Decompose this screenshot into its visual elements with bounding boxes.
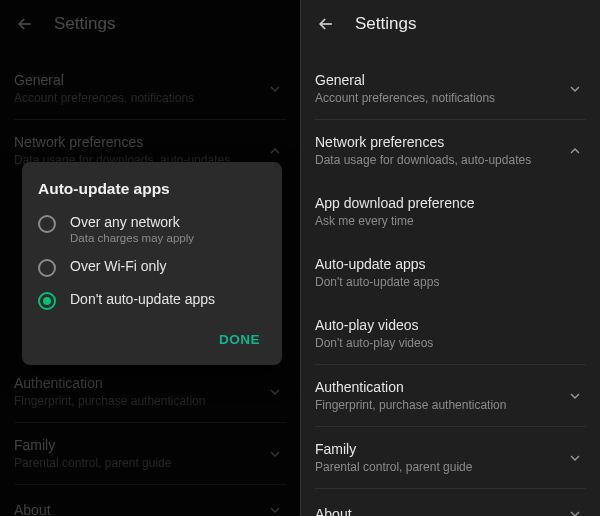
item-title: About: [315, 506, 556, 516]
header: Settings: [301, 0, 600, 48]
radio-icon: [38, 215, 56, 233]
radio-label: Don't auto-update apps: [70, 291, 215, 307]
chevron-up-icon: [564, 140, 586, 162]
item-subtitle: Don't auto-update apps: [315, 275, 586, 289]
chevron-down-icon: [564, 78, 586, 100]
settings-pane-left: Settings General Account preferences, no…: [0, 0, 300, 516]
item-subtitle: Fingerprint, purchase authentication: [315, 398, 556, 412]
settings-item-about[interactable]: About: [315, 489, 586, 516]
item-subtitle: Don't auto-play videos: [315, 336, 586, 350]
back-arrow-icon[interactable]: [315, 13, 337, 35]
item-title: Auto-update apps: [315, 256, 586, 272]
radio-option-dont-auto-update[interactable]: Don't auto-update apps: [38, 291, 266, 310]
radio-sub: Data charges may apply: [70, 232, 194, 244]
settings-item-auto-play[interactable]: Auto-play videos Don't auto-play videos: [315, 303, 586, 365]
item-title: Network preferences: [315, 134, 556, 150]
dialog-title: Auto-update apps: [38, 180, 266, 198]
item-title: App download preference: [315, 195, 586, 211]
settings-item-general[interactable]: General Account preferences, notificatio…: [315, 58, 586, 120]
radio-icon-selected: [38, 292, 56, 310]
settings-item-authentication[interactable]: Authentication Fingerprint, purchase aut…: [315, 365, 586, 427]
item-title: Authentication: [315, 379, 556, 395]
item-title: Auto-play videos: [315, 317, 586, 333]
item-subtitle: Data usage for downloads, auto-updates: [315, 153, 556, 167]
radio-option-any-network[interactable]: Over any network Data charges may apply: [38, 214, 266, 244]
settings-list: General Account preferences, notificatio…: [301, 58, 600, 516]
item-subtitle: Ask me every time: [315, 214, 586, 228]
settings-item-family[interactable]: Family Parental control, parent guide: [315, 427, 586, 489]
page-title: Settings: [355, 14, 416, 34]
item-title: General: [315, 72, 556, 88]
done-button[interactable]: DONE: [213, 324, 266, 355]
radio-label: Over Wi-Fi only: [70, 258, 166, 274]
radio-icon: [38, 259, 56, 277]
radio-option-wifi-only[interactable]: Over Wi-Fi only: [38, 258, 266, 277]
chevron-down-icon: [564, 447, 586, 469]
item-subtitle: Parental control, parent guide: [315, 460, 556, 474]
settings-pane-right: Settings General Account preferences, no…: [300, 0, 600, 516]
item-subtitle: Account preferences, notifications: [315, 91, 556, 105]
auto-update-dialog: Auto-update apps Over any network Data c…: [22, 162, 282, 365]
item-title: Family: [315, 441, 556, 457]
settings-item-network[interactable]: Network preferences Data usage for downl…: [315, 120, 586, 181]
settings-item-auto-update[interactable]: Auto-update apps Don't auto-update apps: [315, 242, 586, 303]
chevron-down-icon: [564, 385, 586, 407]
chevron-down-icon: [564, 503, 586, 516]
settings-item-app-download[interactable]: App download preference Ask me every tim…: [315, 181, 586, 242]
radio-label: Over any network: [70, 214, 194, 230]
